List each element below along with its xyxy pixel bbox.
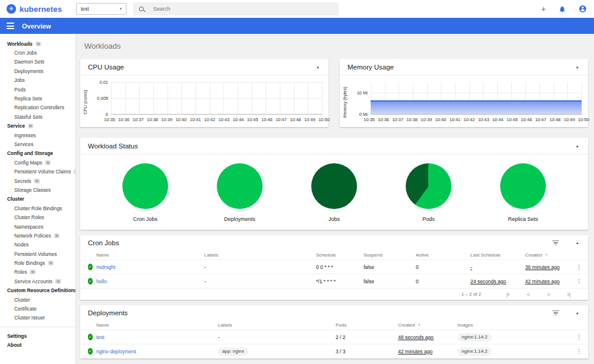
sidebar-item[interactable]: Nodes	[0, 240, 75, 249]
sidebar-item-label: Namespaces	[14, 224, 43, 230]
sidebar-item[interactable]: Cluster Roles	[0, 213, 75, 221]
sidebar-item[interactable]: Roles N	[0, 268, 75, 277]
row-menu-kebab-icon[interactable]: ⋮	[570, 264, 588, 270]
sidebar-item[interactable]: Deployments	[0, 67, 75, 75]
memory-xtick: 10:37	[392, 117, 403, 122]
row-menu-kebab-icon[interactable]: ⋮	[570, 348, 588, 354]
column-header-name[interactable]: Name	[96, 252, 204, 258]
sidebar-item[interactable]: Jobs	[0, 76, 75, 85]
sidebar-item[interactable]: Network Policies N	[0, 231, 75, 240]
filter-icon[interactable]	[552, 240, 559, 245]
sidebar-item[interactable]: Services	[0, 140, 75, 148]
row-menu-kebab-icon[interactable]: ⋮	[570, 334, 588, 340]
deployment-name-link[interactable]: test	[96, 334, 105, 340]
collapse-icon[interactable]: ▲	[574, 64, 580, 70]
sidebar-item[interactable]: Cluster	[0, 195, 75, 204]
column-header-active[interactable]: Active	[416, 252, 470, 258]
collapse-icon[interactable]: ▲	[315, 64, 321, 70]
column-header-suspend[interactable]: Suspend	[364, 252, 416, 258]
cronjob-created: 36 minutes ago	[525, 264, 560, 270]
sidebar-item[interactable]: Cluster Issuer	[0, 314, 75, 322]
table-row: ✓ hello - */1 * * * * false 0 24 seconds…	[80, 274, 588, 289]
column-header-images[interactable]: Images	[457, 322, 570, 328]
sidebar-item[interactable]: Settings	[0, 331, 75, 340]
sidebar-item[interactable]: About	[0, 341, 75, 350]
pie-chart[interactable]	[122, 163, 168, 209]
pie-chart[interactable]	[217, 163, 263, 209]
workload-status-card: Workload Status ▲ Cron Jobs Deployments …	[80, 138, 588, 230]
namespace-selector[interactable]: test ▾	[76, 3, 127, 15]
column-header-created[interactable]: Created↑	[525, 252, 570, 258]
deployment-name-link[interactable]: nginx-deployment	[96, 349, 136, 354]
toolbar-actions: +	[541, 0, 587, 18]
pie-chart[interactable]	[406, 163, 451, 209]
sidebar-item[interactable]: Pods	[0, 85, 75, 94]
sidebar-item[interactable]: Storage Classes	[0, 185, 75, 194]
next-page-icon[interactable]: >	[538, 292, 558, 297]
sidebar-item[interactable]: Custom Resource Definitions	[0, 286, 75, 295]
cronjob-name-link[interactable]: midnight	[96, 264, 115, 270]
kubernetes-logo[interactable]: ✳ kubernetes	[7, 4, 62, 14]
sidebar-item[interactable]: Service Accounts N	[0, 277, 75, 286]
create-resource-button[interactable]: +	[541, 5, 546, 13]
memory-xtick: 10:48	[549, 117, 561, 122]
column-header-name[interactable]: Name	[96, 322, 218, 328]
pie-chart[interactable]	[500, 163, 546, 209]
sidebar-item[interactable]: Config and Storage	[0, 149, 75, 158]
column-header-schedule[interactable]: Schedule	[316, 252, 364, 258]
sidebar-item[interactable]: Secrets N	[0, 176, 75, 185]
sidebar-item[interactable]: Role Bindings N	[0, 258, 75, 267]
previous-page-icon[interactable]: <	[518, 292, 538, 297]
deployments-title: Deployments	[88, 309, 552, 316]
namespaced-badge: N	[30, 270, 35, 274]
collapse-icon[interactable]: ▲	[574, 143, 580, 149]
table-row: ✓ test - 2 / 2 48 seconds ago nginx:1.14…	[80, 330, 588, 344]
sidebar-item[interactable]: Daemon Sets	[0, 58, 75, 67]
collapse-icon[interactable]: ▲	[574, 240, 580, 246]
sidebar-item[interactable]: Replica Sets	[0, 94, 75, 103]
sidebar-item[interactable]	[0, 327, 75, 327]
column-header-labels[interactable]: Labels	[204, 252, 316, 258]
notifications-bell-icon[interactable]	[558, 5, 566, 13]
search-input[interactable]	[153, 6, 308, 12]
cpu-xtick: 10:38	[147, 117, 158, 122]
sidebar-item[interactable]: Persistent Volumes	[0, 249, 75, 258]
cronjob-schedule: 0 0 * * *	[316, 264, 364, 270]
collapse-icon[interactable]: ▲	[574, 310, 580, 316]
cpu-xtick: 10:48	[290, 117, 301, 122]
first-page-icon[interactable]: |<	[498, 292, 518, 297]
column-header-pods[interactable]: Pods	[336, 322, 398, 328]
filter-icon[interactable]	[552, 311, 559, 315]
sidebar-item[interactable]: Workloads N	[0, 39, 75, 48]
sidebar-item[interactable]: Namespaces	[0, 222, 75, 231]
user-account-icon[interactable]	[579, 5, 587, 13]
sidebar-item[interactable]: Certificate	[0, 304, 75, 313]
sidebar-item[interactable]: Stateful Sets	[0, 112, 75, 121]
sidebar-item[interactable]: Replication Controllers	[0, 103, 75, 112]
row-menu-kebab-icon[interactable]: ⋮	[570, 278, 588, 284]
cronjob-name-link[interactable]: hello	[96, 278, 107, 284]
sidebar-item[interactable]: Cluster	[0, 295, 75, 304]
label-chip: app: nginx	[218, 347, 248, 356]
column-header-created[interactable]: Created↑	[398, 322, 457, 328]
search-bar[interactable]	[133, 2, 339, 15]
sidebar-item[interactable]: Persistent Volume Claims N	[0, 167, 75, 176]
sidebar-item-label: Settings	[7, 333, 27, 339]
sidebar-item[interactable]: Service N	[0, 122, 75, 131]
sidebar-item[interactable]: Config Maps N	[0, 158, 75, 167]
cpu-xtick: 10:50	[318, 117, 330, 122]
cpu-xtick: 10:37	[132, 117, 144, 122]
sidebar-item-label: Persistent Volume Claims	[14, 169, 71, 175]
column-header-labels[interactable]: Labels	[218, 322, 336, 328]
sidebar-item[interactable]: Ingresses	[0, 131, 75, 140]
top-toolbar: ✳ kubernetes test ▾ +	[0, 0, 594, 18]
sidebar-item[interactable]: Cluster Role Bindings	[0, 204, 75, 213]
sidebar-item[interactable]: Cron Jobs	[0, 48, 75, 57]
last-page-icon[interactable]: >|	[558, 292, 579, 297]
sidebar-item-label: Deployments	[14, 68, 43, 74]
cron-jobs-header-row: Name Labels Schedule Suspend Active Last…	[80, 250, 588, 260]
pie-chart[interactable]	[311, 163, 357, 209]
column-header-last-schedule[interactable]: Last Schedule	[470, 252, 525, 258]
sidebar-item-label: Certificate	[14, 306, 37, 312]
menu-hamburger-icon[interactable]	[7, 23, 14, 29]
